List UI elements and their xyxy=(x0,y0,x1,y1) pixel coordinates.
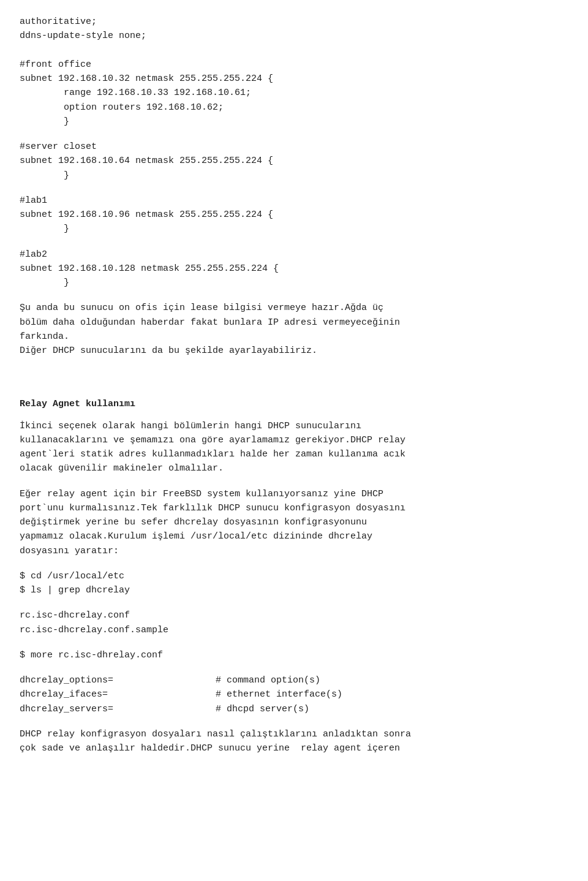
prose-paragraph-1: Şu anda bu sunucu on ofis için lease bil… xyxy=(20,301,568,358)
code-section-8-col2: # command option(s) # ethernet interface… xyxy=(216,673,342,716)
prose-paragraph-2: İkinci seçenek olarak hangi bölümlerin h… xyxy=(20,419,568,476)
prose-paragraph-4: DHCP relay konfigrasyon dosyaları nasıl … xyxy=(20,727,568,756)
prose-paragraph-3: Eğer relay agent için bir FreeBSD system… xyxy=(20,487,568,558)
code-section-8: dhcrelay_options= dhcrelay_ifaces= dhcre… xyxy=(20,673,568,716)
code-section-5: $ cd /usr/local/etc $ ls | grep dhcrelay xyxy=(20,569,568,598)
code-section-2: #server closet subnet 192.168.10.64 netm… xyxy=(20,140,568,183)
code-section-6: rc.isc-dhcrelay.conf rc.isc-dhcrelay.con… xyxy=(20,608,568,637)
code-section-7: $ more rc.isc-dhrelay.conf xyxy=(20,648,568,662)
code-section-8-col1: dhcrelay_options= dhcrelay_ifaces= dhcre… xyxy=(20,673,216,716)
code-section-3: #lab1 subnet 192.168.10.96 netmask 255.2… xyxy=(20,194,568,236)
relay-heading: Relay Agnet kullanımı xyxy=(20,397,568,411)
code-section-1: authoritative; ddns-update-style none; #… xyxy=(20,15,568,129)
code-section-4: #lab2 subnet 192.168.10.128 netmask 255.… xyxy=(20,248,568,290)
